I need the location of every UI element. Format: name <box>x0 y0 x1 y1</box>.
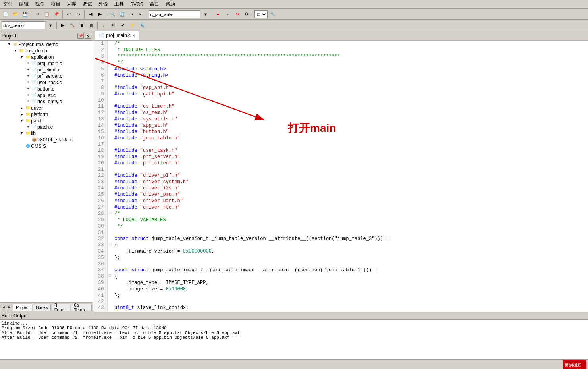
tree-item-user_task[interactable]: + 📄 user_task.c <box>0 79 93 86</box>
build-button[interactable]: ▶ <box>58 21 67 30</box>
tree-item-rtos_demo[interactable]: ▼ 📁 rtos_demo <box>0 48 93 54</box>
fold-indicator[interactable] <box>107 311 113 312</box>
project-input[interactable] <box>2 21 45 29</box>
rebuild-button[interactable]: 🔨 <box>68 21 77 30</box>
menu-window[interactable]: 窗口 <box>148 0 161 8</box>
tree-item-cmsis[interactable]: 💠 CMSIS <box>0 143 93 149</box>
nav-fwd-button[interactable]: ▶ <box>96 10 104 19</box>
new-file-button[interactable]: 📄 <box>2 10 10 19</box>
fold-indicator[interactable]: □ <box>107 242 113 248</box>
fold-indicator[interactable] <box>107 147 113 154</box>
function-dropdown[interactable] <box>149 10 200 18</box>
settings-button[interactable]: ⚙ <box>242 10 251 19</box>
menu-tools[interactable]: 工具 <box>113 0 125 8</box>
fold-indicator[interactable] <box>107 129 113 135</box>
fold-indicator[interactable] <box>107 292 113 299</box>
fold-indicator[interactable] <box>107 53 113 60</box>
fold-indicator[interactable] <box>107 172 113 179</box>
proj-scroll-left[interactable]: ◀ <box>1 305 6 310</box>
fold-indicator[interactable] <box>107 60 113 66</box>
verify-button[interactable]: ✔ <box>118 21 127 30</box>
fold-indicator[interactable]: □ <box>107 211 113 217</box>
tree-item-driver[interactable]: ▶ 📁 driver <box>0 105 93 111</box>
fold-indicator[interactable] <box>107 305 113 311</box>
unindent-button[interactable]: ⇤ <box>137 10 145 19</box>
panel-pin-button[interactable]: 📌 <box>77 33 84 39</box>
tree-item-prf_server[interactable]: + 📄 prf_server.c <box>0 73 93 79</box>
func-dropdown-btn[interactable]: ▼ <box>201 10 210 19</box>
cut-button[interactable]: ✂ <box>33 10 42 19</box>
fold-indicator[interactable] <box>107 166 113 172</box>
tree-item-button[interactable]: + 📄 button.c <box>0 86 93 92</box>
tree-item-app_at[interactable]: + 📄 app_at.c <box>0 92 93 99</box>
code-container[interactable]: 打开main 1/*2 * INCLUDE FILES3 ***********… <box>93 41 588 312</box>
paste-button[interactable]: 📌 <box>52 10 61 19</box>
nav-back-button[interactable]: ◀ <box>86 10 95 19</box>
panel-close-button[interactable]: ✕ <box>85 33 91 39</box>
open-file-button[interactable]: 📂 <box>11 10 20 19</box>
menu-project[interactable]: 项目 <box>49 0 62 8</box>
fold-indicator[interactable] <box>107 116 113 122</box>
tree-item-rtos_entry[interactable]: + 📄 rtos_entry.c <box>0 99 93 105</box>
fold-indicator[interactable] <box>107 236 113 242</box>
fold-indicator[interactable] <box>107 204 113 211</box>
build-output[interactable]: linking... Program Size: Code=91036 RO-d… <box>0 320 588 359</box>
fold-indicator[interactable] <box>107 91 113 97</box>
fold-indicator[interactable] <box>107 160 113 166</box>
menu-flash[interactable]: 闪存 <box>65 0 78 8</box>
tab-proj_main[interactable]: 📄 proj_main.c ✕ <box>95 31 139 40</box>
view-btn[interactable]: 🔧 <box>268 10 277 19</box>
tree-item-application[interactable]: ▼ 📁 application <box>0 54 93 60</box>
proj-tab-books[interactable]: Books <box>33 304 51 311</box>
find-button[interactable]: 🔍 <box>108 10 117 19</box>
fold-indicator[interactable] <box>107 185 113 191</box>
fold-indicator[interactable] <box>107 85 113 91</box>
erase-button[interactable]: ✕ <box>109 21 118 30</box>
fold-indicator[interactable] <box>107 198 113 204</box>
fold-indicator[interactable] <box>107 179 113 185</box>
copy-button[interactable]: 📋 <box>42 10 51 19</box>
tab-close-button[interactable]: ✕ <box>132 33 135 38</box>
tree-item-root[interactable]: ▼ 🖥 Project: rtos_demo <box>0 41 93 48</box>
tree-item-platform[interactable]: ▶ 📁 platform <box>0 111 93 118</box>
save-button[interactable]: 💾 <box>21 10 29 19</box>
fold-indicator[interactable] <box>107 110 113 116</box>
fold-indicator[interactable] <box>107 255 113 261</box>
menu-view[interactable]: 视图 <box>33 0 46 8</box>
fold-indicator[interactable] <box>107 103 113 110</box>
indent-button[interactable]: ⇥ <box>127 10 136 19</box>
fold-indicator[interactable] <box>107 79 113 85</box>
debug-button[interactable]: ⊙ <box>233 10 241 19</box>
fold-indicator[interactable] <box>107 230 113 236</box>
run-button[interactable]: ● <box>214 10 222 19</box>
fold-indicator[interactable] <box>107 72 113 79</box>
proj-scroll-right[interactable]: ▶ <box>7 305 12 310</box>
proj-tab-temp[interactable]: 0a Temp... <box>71 304 92 311</box>
fold-indicator[interactable] <box>107 135 113 141</box>
download-button[interactable]: ↓ <box>99 21 108 30</box>
tree-item-patch.c[interactable]: + 📄 patch.c <box>0 124 93 130</box>
fold-indicator[interactable] <box>107 141 113 147</box>
menu-edit[interactable]: 编辑 <box>17 0 30 8</box>
proj-tab-func[interactable]: {} Func... <box>52 304 71 311</box>
fold-indicator[interactable]: □ <box>107 273 113 280</box>
fold-indicator[interactable] <box>107 286 113 292</box>
fold-indicator[interactable] <box>107 154 113 160</box>
fold-indicator[interactable] <box>107 122 113 129</box>
fold-indicator[interactable] <box>107 280 113 286</box>
tree-item-fr8010h[interactable]: 📦 fr8010h_stack.lib <box>0 137 93 143</box>
fold-indicator[interactable] <box>107 261 113 267</box>
fold-indicator[interactable] <box>107 66 113 72</box>
undo-button[interactable]: ↩ <box>64 10 73 19</box>
fold-indicator[interactable] <box>107 41 113 47</box>
replace-button[interactable]: 🔄 <box>118 10 126 19</box>
fold-indicator[interactable] <box>107 97 113 103</box>
util-button[interactable]: 🔩 <box>137 21 146 30</box>
tree-item-lib[interactable]: ▼ 📁 lib <box>0 130 93 137</box>
menu-file[interactable]: 文件 <box>2 0 14 8</box>
redo-button[interactable]: ↪ <box>74 10 83 19</box>
fold-indicator[interactable] <box>107 217 113 223</box>
stop-build-button[interactable]: ⏹ <box>77 21 86 30</box>
proj-tab-project[interactable]: Project <box>13 304 32 311</box>
tree-item-prf_client[interactable]: + 📄 prf_client.c <box>0 67 93 73</box>
